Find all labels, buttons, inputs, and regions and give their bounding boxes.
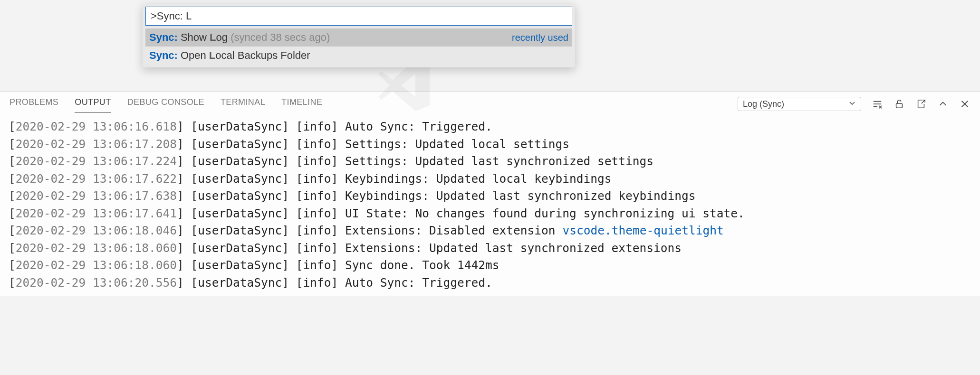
open-log-file-icon[interactable] [915, 98, 927, 110]
clear-output-icon[interactable] [872, 98, 883, 110]
log-line: [2020-02-29 13:06:16.618] [userDataSync]… [9, 118, 971, 136]
command-palette-input[interactable] [145, 7, 572, 26]
chevron-down-icon [848, 99, 856, 109]
palette-item-trailing: recently used [512, 32, 568, 43]
log-line: [2020-02-29 13:06:18.060] [userDataSync]… [9, 257, 971, 274]
panel-tab-output[interactable]: OUTPUT [75, 95, 111, 112]
bottom-panel: PROBLEMSOUTPUTDEBUG CONSOLETERMINALTIMEL… [0, 91, 980, 296]
log-line: [2020-02-29 13:06:18.060] [userDataSync]… [9, 240, 971, 257]
close-icon[interactable] [959, 98, 970, 110]
log-line: [2020-02-29 13:06:17.208] [userDataSync]… [9, 136, 971, 153]
panel-header: PROBLEMSOUTPUTDEBUG CONSOLETERMINALTIMEL… [0, 92, 980, 115]
palette-item[interactable]: Sync:Open Local Backups Folder [145, 47, 572, 65]
log-line: [2020-02-29 13:06:18.046] [userDataSync]… [9, 222, 971, 240]
log-line: [2020-02-29 13:06:17.224] [userDataSync]… [9, 153, 971, 170]
panel-tab-timeline[interactable]: TIMELINE [281, 95, 322, 112]
log-line: [2020-02-29 13:06:17.638] [userDataSync]… [9, 188, 971, 205]
log-line: [2020-02-29 13:06:17.641] [userDataSync]… [9, 205, 971, 223]
output-channel-label: Log (Sync) [743, 99, 784, 109]
command-palette: Sync:Show Log (synced 38 secs ago)recent… [143, 4, 575, 67]
palette-item-label: Open Local Backups Folder [181, 49, 310, 62]
palette-item-label: Show Log (synced 38 secs ago) [181, 31, 330, 44]
command-palette-results: Sync:Show Log (synced 38 secs ago)recent… [145, 28, 572, 65]
panel-actions: Log (Sync) [738, 97, 970, 111]
palette-item-prefix: Sync: [149, 31, 178, 44]
palette-item-prefix: Sync: [149, 49, 178, 62]
log-line: [2020-02-29 13:06:17.622] [userDataSync]… [9, 170, 971, 188]
log-link[interactable]: vscode.theme-quietlight [562, 224, 723, 237]
output-log[interactable]: [2020-02-29 13:06:16.618] [userDataSync]… [0, 115, 980, 296]
log-line: [2020-02-29 13:06:20.556] [userDataSync]… [9, 274, 971, 292]
palette-item[interactable]: Sync:Show Log (synced 38 secs ago)recent… [145, 28, 572, 47]
chevron-up-icon[interactable] [937, 98, 949, 110]
panel-tab-debug-console[interactable]: DEBUG CONSOLE [127, 95, 204, 112]
panel-tabs: PROBLEMSOUTPUTDEBUG CONSOLETERMINALTIMEL… [10, 95, 322, 112]
unlock-icon[interactable] [894, 98, 905, 110]
svg-rect-0 [896, 103, 903, 108]
output-channel-select[interactable]: Log (Sync) [738, 97, 861, 111]
panel-tab-terminal[interactable]: TERMINAL [221, 95, 265, 112]
panel-tab-problems[interactable]: PROBLEMS [10, 95, 58, 112]
